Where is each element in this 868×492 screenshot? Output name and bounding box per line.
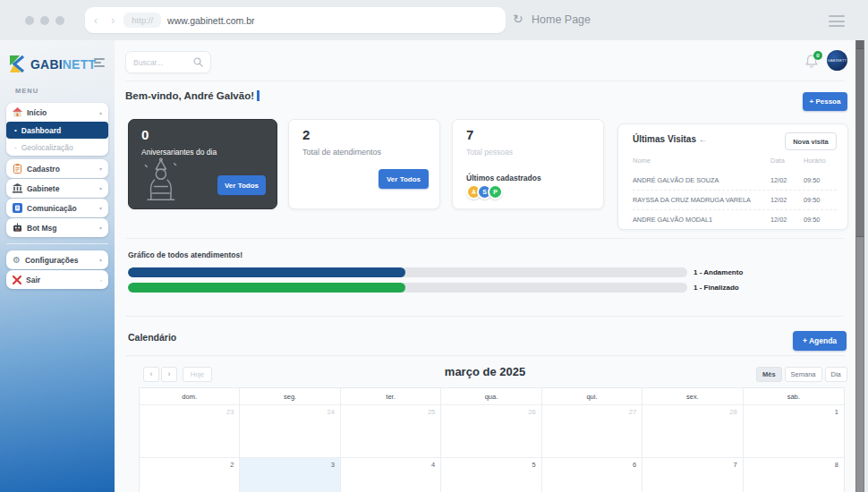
calendar-cell[interactable]: 27 <box>542 405 642 458</box>
chevron-down-icon: ▾ <box>99 257 102 263</box>
calendar-cell[interactable]: 25 <box>341 405 441 458</box>
calendar-cell[interactable]: 2 <box>140 458 240 492</box>
calendar-cell[interactable]: 28 <box>642 405 743 458</box>
nova-visita-button[interactable]: Nova visita <box>785 132 837 150</box>
card-value: 7 <box>466 127 473 142</box>
ver-todos-button[interactable]: Ver Todos <box>379 169 429 189</box>
search-input[interactable] <box>133 58 193 67</box>
url-text[interactable]: www.gabinett.com.br <box>167 15 254 26</box>
search-icon <box>193 57 203 67</box>
bar-label: 1 - Andamento <box>694 267 743 277</box>
add-agenda-button[interactable]: + Agenda <box>793 331 847 351</box>
browser-page-title: Home Page <box>532 13 591 26</box>
logo-text: GABINETT <box>30 57 96 72</box>
avatar[interactable]: P <box>488 184 503 199</box>
calendar-cell[interactable]: 8 <box>744 458 844 492</box>
chevron-up-icon: ▴ <box>99 109 102 115</box>
text-cursor <box>257 90 260 101</box>
left-arrow-icon: ← <box>699 134 708 144</box>
chevron-right-icon: › <box>100 277 102 283</box>
scrollbar-thumb[interactable] <box>856 49 864 237</box>
day-header: qua. <box>441 388 541 405</box>
view-dia-button[interactable]: Dia <box>825 367 847 382</box>
card-ultimas-visitas: Últimas Visitas ← Nova visita Nome Data … <box>617 123 848 230</box>
day-header: qui. <box>542 388 642 405</box>
progress-bar-finalizado <box>128 283 687 293</box>
sidebar-item-dashboard[interactable]: • Dashboard <box>6 122 108 139</box>
logo[interactable]: GABINETT <box>9 55 96 73</box>
robot-icon <box>13 223 22 233</box>
sidebar-item-cadastro[interactable]: Cadastro ▾ <box>6 159 108 178</box>
vertical-scrollbar[interactable] <box>855 40 864 492</box>
day-header: sáb. <box>744 388 844 405</box>
table-row[interactable]: RAYSSA DA CRUZ MADRUGA VARELA 12/02 09:5… <box>633 191 837 210</box>
address-bar[interactable]: ‹ › http:// www.gabinett.com.br <box>85 7 506 33</box>
card-label: Aniversariantes do dia <box>141 148 217 157</box>
chevron-down-icon: ▾ <box>99 205 102 211</box>
chevron-down-icon: ▾ <box>99 165 102 172</box>
browser-menu-icon[interactable] <box>829 15 845 30</box>
table-row[interactable]: ANDRE GALVÃO MODAL1 12/02 09:50 <box>633 210 837 230</box>
window-edge <box>864 40 868 492</box>
window-dot[interactable] <box>55 16 64 25</box>
calendar-cell[interactable]: 23 <box>140 405 240 458</box>
clipboard-icon <box>13 164 22 174</box>
bar-fill <box>128 283 405 293</box>
sidebar-item-bot-msg[interactable]: Bot Msg ▾ <box>6 218 108 237</box>
progress-bar-andamento <box>128 267 687 277</box>
sidebar-collapse-icon[interactable] <box>94 58 105 69</box>
sidebar-item-comunicacao[interactable]: Comunicação ▾ <box>6 199 108 217</box>
calendar-grid: dom. seg. ter. qua. qui. sex. sáb. 23 24… <box>139 387 845 492</box>
notification-badge: 0 <box>813 51 822 60</box>
sidebar-item-inicio[interactable]: Início ▴ <box>6 103 108 122</box>
section-divider <box>125 238 845 239</box>
table-row[interactable]: ANDRÉ GALVÃO DE SOUZA 12/02 09:50 <box>633 171 837 191</box>
gabinett-logo-icon <box>9 55 28 73</box>
calendar-month-title: março de 2025 <box>125 365 845 378</box>
day-header: seg. <box>240 388 340 405</box>
add-person-button[interactable]: + Pessoa <box>803 92 847 111</box>
section-divider <box>125 316 845 317</box>
sidebar-item-configuracoes[interactable]: ⚙ Configurações ▾ <box>6 250 108 269</box>
calendar-cell[interactable]: 1 <box>744 405 844 458</box>
calendar-cell[interactable]: 5 <box>441 458 541 492</box>
chevron-down-icon: ▾ <box>99 185 102 191</box>
calendar-cell[interactable]: 24 <box>240 405 340 458</box>
search-box[interactable] <box>125 51 211 73</box>
view-semana-button[interactable]: Semana <box>785 367 822 382</box>
calendar-cell[interactable]: 4 <box>341 458 441 492</box>
ver-todos-button[interactable]: Ver Todos <box>217 175 266 195</box>
chevron-down-icon: ▾ <box>99 225 102 231</box>
sidebar-item-geolocalizacao[interactable]: - Geolocalização <box>6 139 108 156</box>
back-forward-icons[interactable]: ‹ › <box>94 14 120 27</box>
sidebar-item-gabinete[interactable]: Gabinete ▾ <box>6 179 108 198</box>
chart-title: Gráfico de todos atendimentos! <box>128 250 243 259</box>
calendar-cell-today[interactable]: 3 <box>240 458 340 492</box>
browser-chrome: ‹ › http:// www.gabinett.com.br ↻ Home P… <box>0 0 868 40</box>
card-value: 2 <box>302 127 310 142</box>
refresh-icon[interactable]: ↻ <box>513 12 523 26</box>
sidebar-item-sair[interactable]: Sair › <box>6 270 108 289</box>
window-dot[interactable] <box>25 16 34 25</box>
dash-icon: - <box>14 143 17 151</box>
calendar-cell[interactable]: 26 <box>441 405 541 458</box>
bar-label: 1 - Finalizado <box>694 283 739 293</box>
home-icon <box>13 107 22 117</box>
recent-avatars: A S P <box>466 184 498 199</box>
sidebar-divider <box>6 243 108 244</box>
user-avatar[interactable]: GABINETT <box>827 50 847 71</box>
notifications-button[interactable]: 0 <box>804 54 821 70</box>
column-header: Nome <box>633 157 651 165</box>
window-dot[interactable] <box>40 16 49 25</box>
gear-icon: ⚙ <box>13 256 21 265</box>
card-aniversariantes: 0 Aniversariantes do dia Ver Todos <box>128 119 277 209</box>
scrollbar-up-arrow[interactable] <box>856 40 864 49</box>
calendar-cell[interactable]: 7 <box>642 458 743 492</box>
card-sub-label: Últimos cadastrados <box>466 174 541 182</box>
menu-caption: MENU <box>15 87 38 95</box>
view-mes-button[interactable]: Mês <box>756 367 782 382</box>
bank-icon <box>13 183 22 193</box>
header-divider <box>125 81 845 81</box>
calendar-cell[interactable]: 6 <box>542 458 642 492</box>
bullet-icon: • <box>14 126 17 134</box>
